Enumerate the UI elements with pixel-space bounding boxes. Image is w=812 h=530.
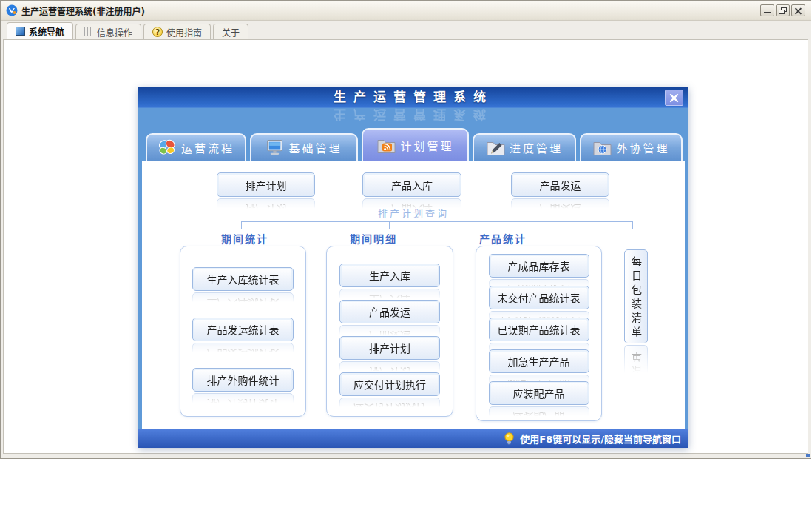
app-logo-icon: [6, 4, 18, 16]
folder-pencil-icon: [486, 139, 505, 156]
dialog-title: 生产运营管理系统: [138, 87, 688, 107]
panel-period-stats: 生产入库统计表 产品发运统计表 排产外购件统计: [180, 246, 306, 417]
grid-icon: [84, 27, 93, 36]
window-title: 生产运营管理系统(非注册用户): [21, 4, 145, 17]
dtab-label: 进度管理: [510, 140, 563, 155]
dialog-body: 排产计划 产品入库 产品发运 排产计划查询 期间统计 期间明细 产品统计 生产入…: [142, 161, 685, 429]
navigation-dialog: 生产运营管理系统 生产运营管理系统 运营流程: [138, 87, 688, 448]
action-button-scheduling-plan[interactable]: 排产计划: [217, 172, 315, 197]
dtab-progress-management[interactable]: 进度管理: [473, 133, 576, 161]
panel-product-stats: 产成品库存表 未交付产品统计表 已误期产品统计表 加急生产产品 应装配产品: [476, 246, 602, 421]
dialog-statusbar: 使用F8键可以显示/隐藏当前导航窗口: [138, 429, 688, 448]
folder-rss-icon: [376, 137, 396, 154]
report-button[interactable]: 排产外购件统计: [192, 368, 294, 392]
report-button[interactable]: 应装配产品: [489, 381, 589, 405]
report-button[interactable]: 排产计划: [339, 336, 440, 360]
tab-label: 使用指南: [166, 26, 202, 38]
status-hint-text: 使用F8键可以显示/隐藏当前导航窗口: [520, 432, 681, 446]
dtab-plan-management[interactable]: 计划管理: [362, 128, 469, 161]
tab-user-guide[interactable]: ? 使用指南: [143, 24, 211, 39]
titlebar: 生产运营管理系统(非注册用户): [1, 1, 811, 21]
column-header-product-stats: 产品统计: [479, 231, 527, 246]
daily-packing-list-button[interactable]: 每日包装清单: [624, 249, 648, 343]
minimize-button[interactable]: [760, 4, 774, 16]
report-button[interactable]: 产品发运: [339, 300, 440, 323]
dtab-operation-flow[interactable]: 运营流程: [146, 133, 246, 161]
action-button-product-inbound[interactable]: 产品入库: [362, 172, 461, 197]
restore-button[interactable]: [776, 4, 790, 16]
report-button[interactable]: 未交付产品统计表: [489, 286, 589, 309]
column-header-period-stats: 期间统计: [221, 231, 268, 246]
report-button[interactable]: 应交付计划执行: [339, 372, 440, 396]
tab-system-navigation[interactable]: 系统导航: [7, 22, 73, 39]
main-tabbar: 系统导航 信息操作 ? 使用指南 关于: [1, 21, 811, 39]
dialog-close-button[interactable]: [665, 90, 683, 106]
title-reflection: 生产运营管理系统: [138, 107, 688, 125]
folder-globe-icon: [592, 139, 612, 156]
report-button[interactable]: 加急生产产品: [489, 349, 589, 373]
minimize-icon: [764, 12, 771, 13]
dtab-basic-management[interactable]: 基础管理: [250, 133, 358, 161]
tab-about[interactable]: 关于: [213, 24, 248, 39]
bulb-icon: [504, 432, 515, 446]
action-button-product-shipping[interactable]: 产品发运: [511, 172, 609, 197]
dtab-label: 外协管理: [616, 140, 669, 155]
report-button[interactable]: 产品发运统计表: [192, 318, 294, 341]
nav-square-icon: [16, 27, 25, 36]
window-controls: [760, 4, 807, 16]
report-button[interactable]: 生产入库统计表: [192, 267, 294, 291]
monitor-icon: [265, 139, 284, 156]
column-header-period-detail: 期间明细: [350, 231, 397, 246]
close-x-icon: [669, 93, 680, 104]
dtab-outsourcing-management[interactable]: 外协管理: [580, 133, 683, 161]
butterfly-icon: [158, 139, 177, 156]
app-window: 生产运营管理系统(非注册用户) 系统导航 信息操作 ? 使用指南 关于 生产运营…: [0, 0, 811, 459]
close-button[interactable]: [791, 4, 805, 16]
tab-label: 信息操作: [97, 26, 132, 38]
help-icon: ?: [152, 27, 163, 37]
panel-period-detail: 生产入库 产品发运 排产计划 应交付计划执行: [326, 246, 453, 417]
tab-info-operation[interactable]: 信息操作: [75, 24, 141, 39]
dtab-label: 基础管理: [288, 140, 342, 155]
tab-label: 系统导航: [29, 25, 64, 38]
dialog-tabs: 运营流程 基础管理: [146, 128, 683, 161]
tree-connector: [241, 221, 633, 228]
report-button[interactable]: 生产入库: [339, 264, 440, 287]
tab-label: 关于: [222, 26, 240, 38]
report-button[interactable]: 产成品库存表: [489, 254, 589, 278]
dtab-label: 运营流程: [181, 140, 234, 155]
dialog-header: 生产运营管理系统: [138, 87, 688, 108]
dtab-label: 计划管理: [400, 138, 453, 153]
report-button[interactable]: 已误期产品统计表: [489, 318, 589, 341]
query-group-label: 排产计划查询: [142, 206, 685, 220]
dialog-tab-band: 生产运营管理系统 运营流程: [138, 108, 688, 161]
resize-grip[interactable]: [806, 454, 810, 457]
